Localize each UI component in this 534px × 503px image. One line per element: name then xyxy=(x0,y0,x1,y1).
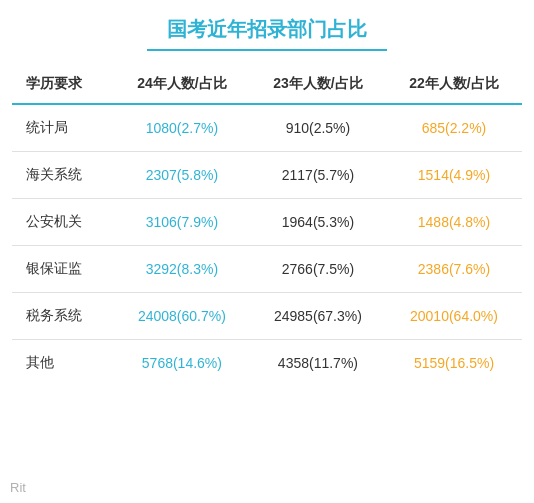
data-table-wrapper: 学历要求 24年人数/占比 23年人数/占比 22年人数/占比 统计局1080(… xyxy=(12,67,522,386)
table-row: 税务系统24008(60.7%)24985(67.3%)20010(64.0%) xyxy=(12,293,522,340)
table-row: 银保证监3292(8.3%)2766(7.5%)2386(7.6%) xyxy=(12,246,522,293)
cell-y24: 5768(14.6%) xyxy=(114,340,250,387)
cell-y24: 3292(8.3%) xyxy=(114,246,250,293)
cell-dept: 公安机关 xyxy=(12,199,114,246)
col-header-y24: 24年人数/占比 xyxy=(114,67,250,104)
col-header-dept: 学历要求 xyxy=(12,67,114,104)
cell-y23: 910(2.5%) xyxy=(250,104,386,152)
table-row: 公安机关3106(7.9%)1964(5.3%)1488(4.8%) xyxy=(12,199,522,246)
cell-y23: 4358(11.7%) xyxy=(250,340,386,387)
cell-y22: 5159(16.5%) xyxy=(386,340,522,387)
cell-y22: 685(2.2%) xyxy=(386,104,522,152)
cell-y23: 2766(7.5%) xyxy=(250,246,386,293)
page-title: 国考近年招录部门占比 xyxy=(147,10,387,51)
cell-y24: 3106(7.9%) xyxy=(114,199,250,246)
table-header-row: 学历要求 24年人数/占比 23年人数/占比 22年人数/占比 xyxy=(12,67,522,104)
cell-dept: 其他 xyxy=(12,340,114,387)
cell-y24: 24008(60.7%) xyxy=(114,293,250,340)
table-row: 其他5768(14.6%)4358(11.7%)5159(16.5%) xyxy=(12,340,522,387)
cell-dept: 税务系统 xyxy=(12,293,114,340)
cell-y22: 1514(4.9%) xyxy=(386,152,522,199)
cell-y23: 24985(67.3%) xyxy=(250,293,386,340)
cell-dept: 统计局 xyxy=(12,104,114,152)
cell-y24: 2307(5.8%) xyxy=(114,152,250,199)
cell-y23: 1964(5.3%) xyxy=(250,199,386,246)
data-table: 学历要求 24年人数/占比 23年人数/占比 22年人数/占比 统计局1080(… xyxy=(12,67,522,386)
cell-y22: 2386(7.6%) xyxy=(386,246,522,293)
table-row: 统计局1080(2.7%)910(2.5%)685(2.2%) xyxy=(12,104,522,152)
cell-y22: 1488(4.8%) xyxy=(386,199,522,246)
cell-y23: 2117(5.7%) xyxy=(250,152,386,199)
cell-dept: 海关系统 xyxy=(12,152,114,199)
cell-dept: 银保证监 xyxy=(12,246,114,293)
col-header-y22: 22年人数/占比 xyxy=(386,67,522,104)
table-row: 海关系统2307(5.8%)2117(5.7%)1514(4.9%) xyxy=(12,152,522,199)
col-header-y23: 23年人数/占比 xyxy=(250,67,386,104)
cell-y22: 20010(64.0%) xyxy=(386,293,522,340)
watermark: Rit xyxy=(10,480,26,495)
cell-y24: 1080(2.7%) xyxy=(114,104,250,152)
